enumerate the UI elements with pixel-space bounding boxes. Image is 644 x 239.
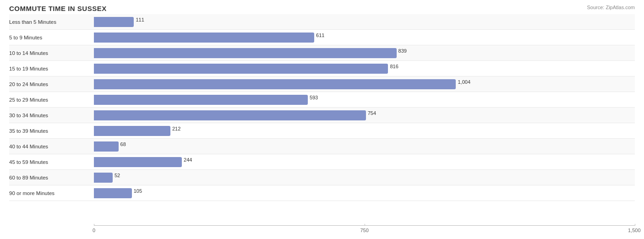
bar-track: 68 — [94, 139, 635, 154]
bar-label: 30 to 34 Minutes — [9, 113, 94, 118]
bar-row: 30 to 34 Minutes754 — [9, 108, 635, 123]
bar-track: 593 — [94, 92, 635, 107]
bar-label: 5 to 9 Minutes — [9, 35, 94, 40]
bar-fill: 111 — [94, 17, 134, 27]
bar-value-label: 839 — [398, 48, 407, 54]
bar-label: 20 to 24 Minutes — [9, 81, 94, 87]
bar-row: 15 to 19 Minutes816 — [9, 61, 635, 76]
bar-fill: 839 — [94, 48, 397, 58]
bar-value-label: 244 — [184, 157, 192, 163]
bar-track: 839 — [94, 45, 635, 60]
bar-label: 45 to 59 Minutes — [9, 159, 94, 165]
bar-label: 15 to 19 Minutes — [9, 66, 94, 71]
bar-fill: 816 — [94, 64, 388, 74]
bar-track: 816 — [94, 61, 635, 76]
bar-value-label: 68 — [120, 141, 126, 147]
bar-row: 5 to 9 Minutes611 — [9, 30, 635, 45]
x-axis-tick: 750 — [360, 228, 369, 233]
bar-row: 10 to 14 Minutes839 — [9, 45, 635, 61]
bar-value-label: 816 — [390, 64, 398, 69]
chart-container: COMMUTE TIME IN SUSSEX Source: ZipAtlas.… — [0, 0, 644, 239]
chart-title: COMMUTE TIME IN SUSSEX — [9, 5, 635, 12]
bar-fill: 68 — [94, 141, 119, 152]
bar-track: 754 — [94, 108, 635, 123]
bar-track: 1,004 — [94, 76, 635, 92]
bar-value-label: 212 — [172, 126, 180, 131]
bar-value-label: 754 — [368, 110, 376, 116]
bar-row: 60 to 89 Minutes52 — [9, 170, 635, 185]
bar-label: 60 to 89 Minutes — [9, 175, 94, 180]
bar-row: 40 to 44 Minutes68 — [9, 139, 635, 154]
bar-track: 244 — [94, 154, 635, 169]
bar-value-label: 111 — [136, 17, 144, 22]
bar-track: 611 — [94, 30, 635, 45]
bar-row: Less than 5 Minutes111 — [9, 14, 635, 30]
bar-fill: 1,004 — [94, 79, 456, 89]
bar-fill: 244 — [94, 157, 182, 167]
bar-fill: 212 — [94, 126, 170, 136]
bar-value-label: 1,004 — [458, 79, 470, 85]
bar-fill: 593 — [94, 95, 308, 105]
bar-fill: 52 — [94, 173, 113, 183]
bar-track: 111 — [94, 14, 635, 29]
bar-track: 52 — [94, 170, 635, 185]
x-axis-ticks: 07501,500 — [94, 225, 635, 234]
x-axis-tick: 0 — [93, 228, 95, 233]
bar-value-label: 611 — [316, 33, 324, 38]
bar-label: 40 to 44 Minutes — [9, 144, 94, 149]
bar-label: Less than 5 Minutes — [9, 19, 94, 25]
bar-label: 35 to 39 Minutes — [9, 128, 94, 134]
bar-row: 25 to 29 Minutes593 — [9, 92, 635, 108]
bar-row: 35 to 39 Minutes212 — [9, 123, 635, 139]
bar-fill: 611 — [94, 33, 314, 43]
bar-label: 10 to 14 Minutes — [9, 50, 94, 56]
bar-track: 212 — [94, 123, 635, 138]
bar-row: 20 to 24 Minutes1,004 — [9, 76, 635, 92]
bar-row: 90 or more Minutes105 — [9, 185, 635, 201]
bar-label: 25 to 29 Minutes — [9, 97, 94, 103]
x-axis-container: 07501,500 — [9, 225, 635, 234]
bar-value-label: 105 — [134, 188, 142, 194]
bar-fill: 105 — [94, 188, 132, 198]
bar-track: 105 — [94, 185, 635, 201]
bar-value-label: 52 — [115, 173, 120, 178]
bar-row: 45 to 59 Minutes244 — [9, 154, 635, 170]
bar-fill: 754 — [94, 110, 366, 120]
bar-value-label: 593 — [310, 95, 318, 100]
x-axis-tick: 1,500 — [628, 228, 641, 233]
source-text: Source: ZipAtlas.com — [587, 5, 635, 10]
bars-area: Less than 5 Minutes1115 to 9 Minutes6111… — [9, 14, 635, 201]
bar-label: 90 or more Minutes — [9, 190, 94, 196]
